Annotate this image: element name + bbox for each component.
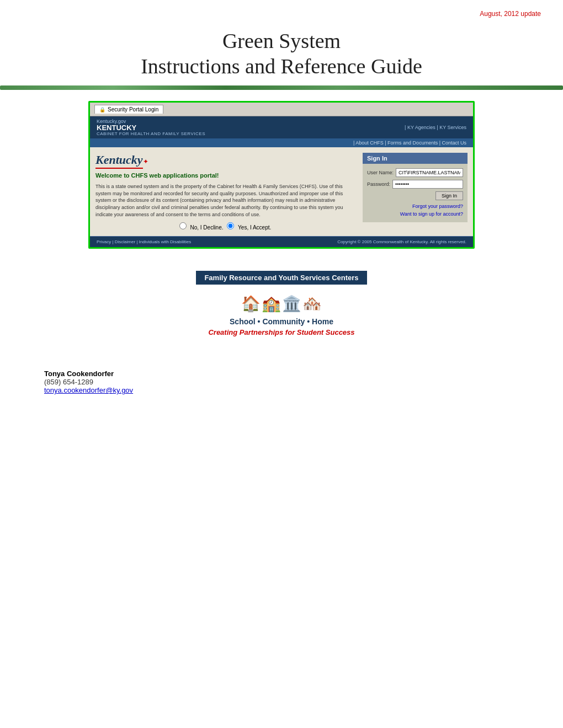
page-title: Green System Instructions and Reference … (22, 29, 541, 79)
contact-email[interactable]: tonya.cookendorfer@ky.gov (44, 386, 133, 394)
disclaimer-text: This is a state owned system and is the … (95, 183, 357, 218)
ky-header: Kentucky.gov KENTUCKY CABINET FOR HEALTH… (90, 116, 473, 138)
house-icon-2: 🏘️ (302, 295, 322, 313)
page-title-area: Green System Instructions and Reference … (0, 23, 563, 83)
ky-logo-text: Kentucky (95, 153, 143, 169)
browser-tab: 🔒 Security Portal Login (94, 105, 163, 114)
decline-label: No, I Decline. (190, 224, 223, 231)
signin-button[interactable]: Sign In (435, 191, 463, 200)
frysc-section: Family Resource and Youth Services Cente… (171, 271, 392, 336)
footer-copyright: Copyright © 2005 Commonwealth of Kentuck… (337, 239, 466, 244)
date-label: August, 2012 update (0, 0, 563, 23)
portal-body: Kentucky✦ Welcome to CHFS web applicatio… (90, 147, 473, 236)
frysc-logo-area: 🏠 🏫 🏛️ 🏘️ (171, 295, 392, 313)
signin-panel: Sign In User Name: Password: Sign In For… (363, 153, 468, 231)
title-underline (0, 85, 563, 90)
username-label: User Name: (367, 170, 394, 175)
school-icon: 🏫 (262, 295, 281, 313)
password-label: Password: (367, 181, 390, 187)
ky-logo: Kentucky✦ (95, 153, 357, 169)
decline-radio[interactable] (179, 222, 187, 229)
frysc-subtitle: Creating Partnerships for Student Succes… (171, 328, 392, 336)
accept-line: No, I Decline. Yes, I Accept. (95, 222, 357, 231)
portal-footer: Privacy | Disclaimer | Individuals with … (90, 236, 473, 247)
portal-screenshot: 🔒 Security Portal Login Kentucky.gov KEN… (88, 101, 475, 249)
browser-bar: 🔒 Security Portal Login (90, 103, 473, 116)
footer-links: Privacy | Disclaimer | Individuals with … (97, 239, 191, 244)
signin-body: User Name: Password: Sign In Forgot your… (363, 164, 468, 222)
ky-title: KENTUCKY (97, 124, 205, 131)
password-row: Password: (367, 180, 463, 189)
signin-header: Sign In (363, 153, 468, 164)
building-icon: 🏛️ (282, 295, 301, 313)
chfs-nav: | About CHFS | Forms and Documents | Con… (90, 138, 473, 147)
ky-logo-star: ✦ (143, 158, 148, 165)
accept-radio[interactable] (227, 222, 234, 229)
lock-icon: 🔒 (99, 107, 105, 113)
username-input[interactable] (396, 168, 463, 177)
password-input[interactable] (392, 180, 463, 189)
contact-name: Tonya Cookendorfer (44, 370, 563, 378)
username-row: User Name: (367, 168, 463, 177)
signin-links: Forgot your password? Want to sign up fo… (367, 203, 463, 218)
accept-label: Yes, I Accept. (238, 224, 271, 231)
left-panel: Kentucky✦ Welcome to CHFS web applicatio… (95, 153, 357, 231)
tab-label: Security Portal Login (108, 106, 158, 113)
welcome-text: Welcome to CHFS web applications portal! (95, 172, 357, 179)
ky-header-links: | KY Agencies | KY Services (405, 125, 466, 130)
contact-phone: (859) 654-1289 (44, 378, 563, 386)
frysc-title: Family Resource and Youth Services Cente… (196, 271, 367, 285)
house-icon-1: 🏠 (241, 295, 261, 313)
contact-section: Tonya Cookendorfer (859) 654-1289 tonya.… (44, 370, 563, 394)
signup-link[interactable]: Want to sign up for account? (367, 211, 463, 218)
forgot-password-link[interactable]: Forgot your password? (367, 203, 463, 211)
signin-button-row: Sign In (367, 191, 463, 200)
ky-header-left: Kentucky.gov KENTUCKY CABINET FOR HEALTH… (97, 119, 205, 136)
frysc-tagline: School • Community • Home (171, 317, 392, 326)
ky-subtitle: CABINET FOR HEALTH AND FAMILY SERVICES (97, 131, 205, 136)
